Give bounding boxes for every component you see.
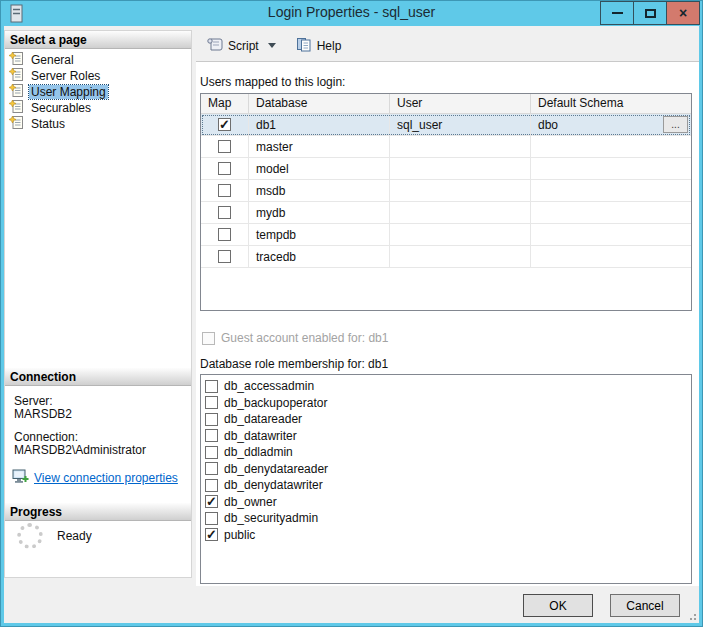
role-checkbox[interactable] (205, 446, 218, 459)
sidebar-item-label: Securables (29, 101, 93, 115)
ok-button[interactable]: OK (523, 594, 593, 617)
map-checkbox[interactable] (218, 228, 231, 241)
sidebar-item-server-roles[interactable]: Server Roles (5, 68, 191, 84)
role-checkbox[interactable] (205, 495, 218, 508)
computer-icon (12, 469, 29, 487)
mapping-table: Map Database User Default Schema db1 sql… (200, 93, 692, 311)
connection-value: MARSDB2\Administrator (14, 444, 189, 457)
role-name: db_ddladmin (224, 445, 293, 459)
help-icon (296, 37, 312, 55)
role-item-db_accessadmin[interactable]: db_accessadmin (201, 378, 691, 395)
role-name: db_datareader (224, 412, 302, 426)
role-item-db_ddladmin[interactable]: db_ddladmin (201, 444, 691, 461)
table-row-tempdb[interactable]: tempdb (201, 224, 691, 246)
role-checkbox[interactable] (205, 413, 218, 426)
map-checkbox[interactable] (218, 118, 231, 131)
role-name: db_securityadmin (224, 511, 318, 525)
column-header-user: User (390, 94, 531, 113)
role-name: db_datawriter (224, 429, 297, 443)
column-header-database: Database (249, 94, 390, 113)
role-name: db_denydatawriter (224, 478, 323, 492)
sidebar-item-status[interactable]: Status (5, 116, 191, 132)
default-schema-cell: dbo (538, 118, 558, 132)
role-list: db_accessadmin db_backupoperator db_data… (200, 374, 692, 584)
map-checkbox[interactable] (218, 250, 231, 263)
role-checkbox[interactable] (205, 396, 218, 409)
table-row-master[interactable]: master (201, 136, 691, 158)
role-name: public (224, 528, 255, 542)
minimize-button[interactable] (600, 1, 634, 25)
cancel-button[interactable]: Cancel (610, 594, 680, 617)
role-checkbox[interactable] (205, 429, 218, 442)
progress-area: Ready (17, 523, 92, 549)
map-checkbox[interactable] (218, 162, 231, 175)
user-cell (390, 246, 531, 267)
maximize-button[interactable] (633, 1, 667, 25)
table-row-db1[interactable]: db1 sql_user dbo ... (201, 114, 691, 136)
chevron-down-icon (268, 43, 276, 48)
script-button[interactable]: Script (202, 35, 281, 56)
resize-grip[interactable] (686, 610, 696, 620)
role-item-db_backupoperator[interactable]: db_backupoperator (201, 395, 691, 412)
role-checkbox[interactable] (205, 512, 218, 525)
progress-status: Ready (57, 529, 92, 543)
role-item-db_securityadmin[interactable]: db_securityadmin (201, 510, 691, 527)
close-icon: × (679, 6, 687, 20)
server-value: MARSDB2 (14, 408, 189, 421)
dialog-body: Select a page General Server Roles (4, 26, 699, 623)
maximize-icon (645, 9, 656, 18)
map-checkbox[interactable] (218, 184, 231, 197)
sidebar-item-label: General (29, 53, 76, 67)
user-cell (390, 224, 531, 245)
user-cell (390, 180, 531, 201)
map-checkbox[interactable] (218, 140, 231, 153)
role-item-db_denydatawriter[interactable]: db_denydatawriter (201, 477, 691, 494)
help-button[interactable]: Help (291, 35, 347, 57)
role-checkbox[interactable] (205, 479, 218, 492)
sidebar-item-label: Status (29, 117, 67, 131)
minimize-icon (612, 12, 623, 14)
script-icon (207, 37, 223, 54)
select-a-page-header: Select a page (5, 31, 191, 49)
database-cell: mydb (249, 202, 390, 223)
window-controls: × (601, 1, 700, 25)
table-row-model[interactable]: model (201, 158, 691, 180)
sidebar-item-general[interactable]: General (5, 52, 191, 68)
guest-account-checkbox (202, 332, 215, 345)
mapping-section-label: Users mapped to this login: (200, 75, 345, 89)
toolbar: Script Help (196, 30, 699, 61)
guest-account-label: Guest account enabled for: db1 (221, 331, 388, 345)
database-cell: tracedb (249, 246, 390, 267)
table-row-msdb[interactable]: msdb (201, 180, 691, 202)
role-name: db_owner (224, 495, 277, 509)
close-button[interactable]: × (666, 1, 700, 25)
role-membership-label: Database role membership for: db1 (200, 357, 388, 371)
role-item-db_owner[interactable]: db_owner (201, 494, 691, 511)
progress-header: Progress (5, 503, 191, 521)
user-mapping-panel: Users mapped to this login: Map Database… (196, 61, 699, 586)
mapping-table-body: db1 sql_user dbo ... master model msdb (201, 114, 691, 268)
role-item-db_datawriter[interactable]: db_datawriter (201, 428, 691, 445)
role-name: db_backupoperator (224, 396, 327, 410)
role-checkbox[interactable] (205, 380, 218, 393)
sidebar-item-user-mapping[interactable]: User Mapping (5, 84, 191, 100)
role-name: db_denydatareader (224, 462, 328, 476)
table-row-tracedb[interactable]: tracedb (201, 246, 691, 268)
role-checkbox[interactable] (205, 528, 218, 541)
sidebar-item-securables[interactable]: Securables (5, 100, 191, 116)
titlebar[interactable]: Login Properties - sql_user × (0, 0, 703, 26)
database-cell: tempdb (249, 224, 390, 245)
view-connection-properties-link[interactable]: View connection properties (34, 471, 178, 485)
mapping-table-header: Map Database User Default Schema (201, 94, 691, 114)
browse-button[interactable]: ... (663, 116, 688, 133)
map-checkbox[interactable] (218, 206, 231, 219)
sidebar-item-label: Server Roles (29, 69, 102, 83)
script-button-label: Script (228, 39, 259, 53)
role-checkbox[interactable] (205, 462, 218, 475)
role-item-db_datareader[interactable]: db_datareader (201, 411, 691, 428)
database-cell: db1 (249, 114, 390, 135)
role-item-db_denydatareader[interactable]: db_denydatareader (201, 461, 691, 478)
role-item-public[interactable]: public (201, 527, 691, 544)
table-row-mydb[interactable]: mydb (201, 202, 691, 224)
sidebar: Select a page General Server Roles (4, 30, 192, 578)
